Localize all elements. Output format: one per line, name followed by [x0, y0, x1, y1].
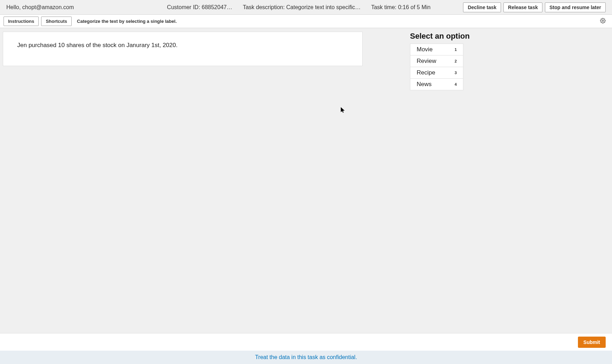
option-shortcut: 1: [455, 47, 457, 52]
release-task-button[interactable]: Release task: [503, 2, 542, 12]
option-label: Movie: [417, 46, 432, 53]
stop-resume-button[interactable]: Stop and resume later: [545, 2, 606, 12]
option-shortcut: 2: [455, 59, 457, 63]
options-list: Movie 1 Review 2 Recipe 3 News 4: [410, 44, 470, 90]
gear-icon[interactable]: [600, 18, 606, 25]
greeting-text: Hello, chopt@amazon.com: [6, 4, 74, 11]
option-label: News: [417, 81, 432, 88]
option-label: Recipe: [417, 69, 435, 76]
option-movie[interactable]: Movie 1: [410, 44, 463, 56]
option-news[interactable]: News 4: [410, 79, 463, 90]
option-review[interactable]: Review 2: [410, 56, 463, 67]
decline-task-button[interactable]: Decline task: [463, 2, 501, 12]
footer-bar: Submit: [0, 333, 612, 351]
option-shortcut: 3: [455, 71, 457, 75]
svg-point-0: [602, 20, 604, 21]
shortcuts-button[interactable]: Shortcuts: [41, 17, 72, 26]
header-buttons: Decline task Release task Stop and resum…: [463, 2, 606, 12]
top-header: Hello, chopt@amazon.com Customer ID: 688…: [0, 0, 612, 15]
confidential-text: Treat the data in this task as confident…: [255, 354, 357, 360]
instructions-button[interactable]: Instructions: [4, 17, 39, 26]
header-center: Customer ID: 68852047… Task description:…: [74, 4, 463, 11]
prompt-text: Categorize the text by selecting a singl…: [77, 19, 177, 24]
confidential-bar: Treat the data in this task as confident…: [0, 351, 612, 364]
task-time-text: Task time: 0:16 of 5 Min: [371, 4, 430, 11]
options-title: Select an option: [410, 32, 470, 41]
option-recipe[interactable]: Recipe 3: [410, 67, 463, 79]
customer-id-text: Customer ID: 68852047…: [167, 4, 232, 11]
main-content: Jen purchased 10 shares of the stock on …: [0, 28, 612, 333]
task-description-text: Task description: Categorize text into s…: [243, 4, 360, 11]
sub-header: Instructions Shortcuts Categorize the te…: [0, 15, 612, 28]
option-label: Review: [417, 58, 436, 65]
option-shortcut: 4: [455, 82, 457, 86]
text-to-categorize: Jen purchased 10 shares of the stock on …: [3, 32, 363, 66]
submit-button[interactable]: Submit: [578, 337, 606, 348]
options-panel: Select an option Movie 1 Review 2 Recipe…: [410, 32, 470, 330]
